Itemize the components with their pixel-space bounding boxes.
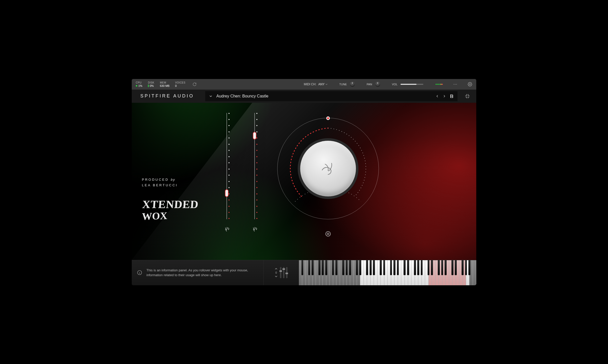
piano-black-key[interactable] <box>342 260 344 275</box>
preset-prev-icon[interactable] <box>435 94 439 98</box>
footer: This is an information panel. As you rol… <box>132 260 476 285</box>
piano-black-key[interactable] <box>414 260 416 275</box>
tune-control[interactable]: TUNE <box>339 82 355 87</box>
piano-black-key[interactable] <box>356 260 358 275</box>
piano-black-key[interactable] <box>421 260 423 275</box>
piano-black-key[interactable] <box>404 260 406 275</box>
product-title: XTENDED WOX <box>141 199 199 220</box>
piano-black-key[interactable] <box>407 260 409 275</box>
disk-label: DISK <box>148 81 154 84</box>
volume-slider[interactable] <box>401 84 423 85</box>
piano-black-key[interactable] <box>332 260 334 275</box>
swirl-icon <box>223 226 230 233</box>
piano-black-key[interactable] <box>428 260 430 275</box>
chevron-up-icon[interactable] <box>275 268 277 270</box>
pan-label: PAN <box>367 83 372 86</box>
knob-face[interactable] <box>300 141 356 196</box>
info-text: This is an information panel. As you rol… <box>146 268 258 278</box>
mini-slider[interactable] <box>283 267 284 278</box>
piano-black-key[interactable] <box>383 260 385 275</box>
svg-point-5 <box>326 232 331 236</box>
svg-point-6 <box>327 233 329 235</box>
product-line2: WOX <box>142 210 199 221</box>
octave-value: 0 <box>275 271 277 274</box>
piano-black-key[interactable] <box>431 260 433 275</box>
preset-next-icon[interactable] <box>442 94 446 98</box>
piano-black-key[interactable] <box>462 260 464 275</box>
midi-label: MIDI CH: <box>304 83 316 86</box>
piano-black-key[interactable] <box>312 260 314 275</box>
keyboard[interactable] <box>299 260 476 285</box>
mem-label: MEM <box>160 81 166 84</box>
piano-black-key[interactable] <box>445 260 447 275</box>
slider-1[interactable] <box>222 113 232 219</box>
preset-selector[interactable]: Audrey Chen: Bouncy Castle <box>205 91 458 101</box>
piano-black-key[interactable] <box>308 260 310 275</box>
main-knob[interactable] <box>272 113 384 224</box>
slider-2[interactable] <box>250 113 260 219</box>
chevron-down-icon[interactable] <box>275 275 277 278</box>
piano-black-key[interactable] <box>451 260 453 275</box>
pan-control[interactable]: PAN <box>367 82 380 87</box>
piano-black-key[interactable] <box>441 260 443 275</box>
piano-black-key[interactable] <box>380 260 382 275</box>
piano-black-key[interactable] <box>349 260 351 275</box>
mem-value: 630 MB <box>160 84 169 87</box>
piano-black-key[interactable] <box>325 260 327 275</box>
preset-bar: SPITFIRE AUDIO Audrey Chen: Bouncy Castl… <box>132 90 476 103</box>
vol-label: VOL <box>392 83 397 86</box>
svg-point-0 <box>454 84 454 84</box>
octave-shift[interactable]: 0 <box>275 268 277 278</box>
expression-sliders <box>215 113 266 250</box>
status-dot-icon <box>136 85 137 87</box>
refresh-icon[interactable] <box>193 82 197 86</box>
piano-black-key[interactable] <box>318 260 320 275</box>
produced-label: PRODUCED <box>142 178 169 181</box>
piano-black-key[interactable] <box>465 260 467 275</box>
svg-point-1 <box>455 84 455 84</box>
output-meter <box>435 84 443 85</box>
chevron-down-icon <box>209 94 213 98</box>
piano-black-key[interactable] <box>455 260 457 275</box>
piano-black-key[interactable] <box>359 260 361 275</box>
piano-black-key[interactable] <box>322 260 324 275</box>
more-menu-icon[interactable] <box>453 82 458 87</box>
cpu-value: 1% <box>138 84 142 87</box>
piano-black-key[interactable] <box>393 260 395 275</box>
produced-by: by <box>171 178 175 181</box>
piano-black-key[interactable] <box>438 260 440 275</box>
save-icon[interactable] <box>449 94 454 98</box>
piano-black-key[interactable] <box>301 260 303 275</box>
piano-black-key[interactable] <box>397 260 399 275</box>
piano-black-key[interactable] <box>468 260 470 275</box>
info-panel: This is an information panel. As you rol… <box>132 260 263 285</box>
cpu-stat: CPU 1% <box>136 81 142 87</box>
pan-knob[interactable] <box>375 82 380 87</box>
preset-name: Audrey Chen: Bouncy Castle <box>216 94 268 98</box>
collapse-view-icon[interactable] <box>465 93 470 99</box>
disk-bar-icon <box>148 85 149 87</box>
voices-value: 0 <box>175 84 177 87</box>
product-line1: XTENDED <box>142 199 199 210</box>
settings-icon[interactable] <box>468 82 472 87</box>
cpu-label: CPU <box>136 81 142 84</box>
piano-black-key[interactable] <box>370 260 372 275</box>
piano-black-key[interactable] <box>417 260 419 275</box>
scribble-icon <box>319 160 337 177</box>
knob-marker-icon <box>326 116 330 120</box>
target-icon[interactable] <box>325 230 332 237</box>
piano-black-key[interactable] <box>335 260 337 275</box>
svg-point-3 <box>469 84 471 85</box>
pitch-mod-sliders[interactable] <box>280 267 288 278</box>
volume-control[interactable]: VOL <box>392 83 423 86</box>
piano-white-key[interactable] <box>473 260 476 285</box>
tune-knob[interactable] <box>350 82 355 87</box>
producer-name: LEA BERTUCCI <box>142 183 178 187</box>
midi-channel-select[interactable]: MIDI CH: ANY <box>304 83 328 86</box>
piano-black-key[interactable] <box>390 260 392 275</box>
piano-black-key[interactable] <box>373 260 375 275</box>
mini-slider[interactable] <box>280 267 281 278</box>
mini-slider[interactable] <box>286 267 288 278</box>
piano-black-key[interactable] <box>346 260 348 275</box>
piano-black-key[interactable] <box>366 260 368 275</box>
